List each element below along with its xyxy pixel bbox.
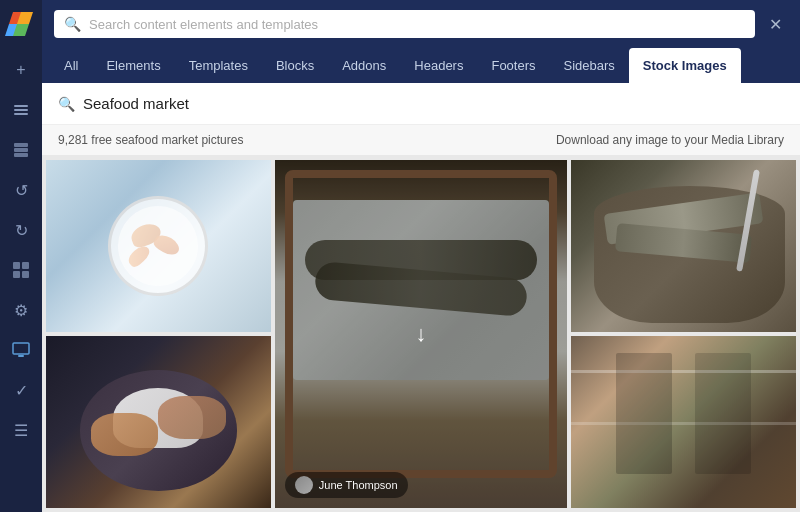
search-input-wrap[interactable]: 🔍 — [54, 10, 755, 38]
info-bar: 9,281 free seafood market pictures Downl… — [42, 125, 800, 156]
tab-templates[interactable]: Templates — [175, 48, 262, 83]
search-icon-small: 🔍 — [58, 96, 75, 112]
check-icon[interactable]: ✓ — [3, 372, 39, 408]
image-fish-ice[interactable]: ↓ June Thompson — [275, 160, 567, 508]
tab-headers[interactable]: Headers — [400, 48, 477, 83]
layers-icon[interactable] — [3, 92, 39, 128]
search-input[interactable] — [89, 17, 745, 32]
image-market[interactable] — [571, 336, 796, 508]
add-element-icon[interactable]: + — [3, 52, 39, 88]
search-icon: 🔍 — [64, 16, 81, 32]
svg-rect-14 — [13, 343, 29, 354]
redo-icon[interactable]: ↻ — [3, 212, 39, 248]
avatar — [295, 476, 313, 494]
svg-rect-11 — [22, 262, 29, 269]
download-icon: ↓ — [415, 321, 426, 347]
image-grid: ↓ June Thompson — [42, 156, 800, 512]
tab-elements[interactable]: Elements — [92, 48, 174, 83]
results-header: 🔍 Seafood market — [42, 83, 800, 125]
search-query: Seafood market — [83, 95, 189, 112]
app-logo[interactable] — [5, 8, 37, 40]
main-panel: 🔍 ✕ All Elements Templates Blocks Addons… — [42, 0, 800, 512]
svg-rect-6 — [14, 113, 28, 115]
image-sardines[interactable] — [571, 160, 796, 332]
tab-addons[interactable]: Addons — [328, 48, 400, 83]
results-count: 9,281 free seafood market pictures — [58, 133, 243, 147]
photographer-name: June Thompson — [319, 479, 398, 491]
tab-footers[interactable]: Footers — [477, 48, 549, 83]
undo-icon[interactable]: ↺ — [3, 172, 39, 208]
svg-rect-13 — [22, 271, 29, 278]
tab-navigation: All Elements Templates Blocks Addons Hea… — [42, 48, 800, 83]
settings-icon[interactable]: ⚙ — [3, 292, 39, 328]
svg-rect-4 — [14, 105, 28, 107]
svg-rect-12 — [13, 271, 20, 278]
attribution-badge: June Thompson — [285, 472, 408, 498]
download-info: Download any image to your Media Library — [556, 133, 784, 147]
svg-rect-5 — [14, 109, 28, 111]
tab-stock-images[interactable]: Stock Images — [629, 48, 741, 83]
svg-rect-9 — [14, 153, 28, 157]
image-shrimp[interactable] — [46, 160, 271, 332]
component-icon[interactable] — [3, 252, 39, 288]
svg-rect-15 — [18, 355, 24, 357]
tab-blocks[interactable]: Blocks — [262, 48, 328, 83]
download-overlay: ↓ — [275, 160, 567, 508]
image-bowl[interactable] — [46, 336, 271, 508]
close-button[interactable]: ✕ — [763, 13, 788, 36]
search-bar: 🔍 ✕ — [42, 0, 800, 48]
screen-icon[interactable] — [3, 332, 39, 368]
svg-rect-8 — [14, 148, 28, 152]
tab-sidebars[interactable]: Sidebars — [550, 48, 629, 83]
menu-icon[interactable]: ☰ — [3, 412, 39, 448]
svg-rect-10 — [13, 262, 20, 269]
sidebar: + ↺ ↻ ⚙ ✓ ☰ — [0, 0, 42, 512]
tab-all[interactable]: All — [50, 48, 92, 83]
stack-icon[interactable] — [3, 132, 39, 168]
svg-rect-7 — [14, 143, 28, 147]
